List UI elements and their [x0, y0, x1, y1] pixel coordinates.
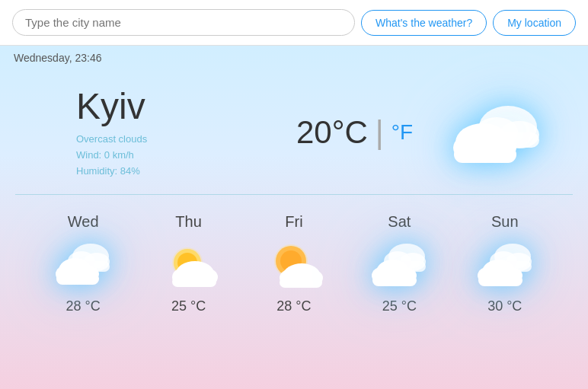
- day-label-sat: Sat: [388, 213, 411, 231]
- svg-rect-29: [280, 277, 322, 288]
- svg-rect-7: [454, 146, 516, 163]
- temp-fahrenheit-toggle[interactable]: °F: [391, 120, 413, 145]
- my-location-button[interactable]: My location: [493, 10, 576, 36]
- forecast-icon-sat: [369, 240, 430, 289]
- city-info: Kyiv Overcast clouds Wind: 0 km/h Humidi…: [76, 85, 266, 179]
- day-label-thu: Thu: [175, 213, 201, 231]
- temp-celsius: 20°C: [296, 114, 368, 151]
- day-label-fri: Fri: [285, 213, 302, 231]
- day-temp-sun: 30 °C: [487, 298, 522, 314]
- day-temp-wed: 28 °C: [66, 298, 101, 314]
- day-temp-fri: 28 °C: [276, 298, 311, 314]
- svg-rect-15: [56, 273, 99, 285]
- whats-weather-button[interactable]: What's the weather?: [361, 10, 487, 36]
- day-label-wed: Wed: [68, 213, 99, 231]
- svg-rect-22: [172, 276, 216, 287]
- temp-separator: |: [375, 114, 384, 151]
- city-name: Kyiv: [76, 85, 266, 127]
- forecast-day-wed: Wed 28 °C: [53, 213, 113, 314]
- forecast-day-thu: Thu 25 °C: [158, 213, 219, 314]
- svg-rect-37: [372, 275, 417, 286]
- datetime-label: Wednesday, 23:46: [0, 46, 588, 70]
- temperature-block: 20°C | °F: [296, 114, 413, 151]
- forecast-icon-thu: [158, 240, 219, 289]
- forecast-icon-sun: [475, 240, 535, 289]
- current-weather-icon: [443, 91, 542, 174]
- city-input[interactable]: [12, 9, 355, 36]
- forecast-icon-fri: [264, 240, 324, 289]
- forecast-icon-wed: [53, 240, 113, 289]
- current-weather-section: Kyiv Overcast clouds Wind: 0 km/h Humidi…: [0, 70, 588, 194]
- forecast-section: Wed 28 °C Thu: [0, 195, 588, 330]
- forecast-day-sat: Sat 25 °C: [369, 213, 430, 314]
- top-bar: What's the weather? My location: [0, 0, 588, 46]
- forecast-day-fri: Fri 28 °C: [264, 213, 324, 314]
- day-temp-thu: 25 °C: [171, 298, 206, 314]
- svg-rect-45: [478, 275, 522, 286]
- weather-description: Overcast clouds Wind: 0 km/h Humidity: 8…: [76, 132, 266, 179]
- day-temp-sat: 25 °C: [382, 298, 417, 314]
- forecast-day-sun: Sun 30 °C: [475, 213, 535, 314]
- day-label-sun: Sun: [491, 213, 519, 231]
